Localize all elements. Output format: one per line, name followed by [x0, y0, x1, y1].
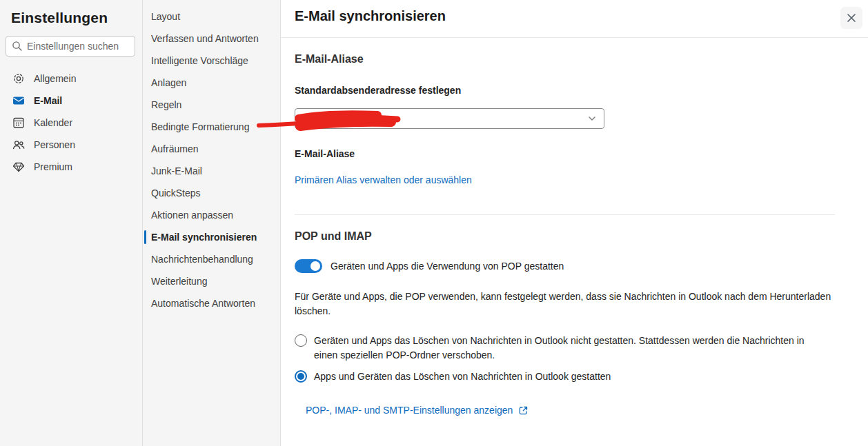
sidebar-item-label: Allgemein — [34, 73, 76, 84]
search-icon — [12, 41, 23, 52]
subnav-item-label: Aufräumen — [151, 143, 198, 154]
subnav-item-label: Anlagen — [151, 77, 186, 88]
pop-description: Für Geräte und Apps, die POP verwenden, … — [295, 290, 831, 318]
sidebar-item-label: E-Mail — [34, 95, 62, 106]
people-icon — [12, 138, 26, 152]
sidebar-item-premium[interactable]: Premium — [0, 156, 142, 178]
subnav-item-aufraeumen[interactable]: Aufräumen — [143, 138, 280, 160]
settings-title: Einstellungen — [0, 7, 142, 36]
pop-toggle[interactable] — [295, 259, 322, 273]
subnav-item-layout[interactable]: Layout — [143, 6, 280, 28]
header-divider — [281, 37, 868, 38]
radio-button[interactable] — [295, 370, 307, 383]
subnav-item-label: Bedingte Formatierung — [151, 121, 249, 132]
subnav-item-verfassen[interactable]: Verfassen und Antworten — [143, 28, 280, 50]
settings-category-nav: Allgemein E-Mail Kalender — [0, 68, 142, 178]
aliases-label: E-Mail-Aliase — [295, 148, 835, 159]
subnav-item-label: Weiterleitung — [151, 276, 207, 287]
default-sender-dropdown[interactable] — [295, 108, 604, 129]
subnav-item-label: Automatische Antworten — [151, 298, 255, 309]
subnav-item-bedingte-formatierung[interactable]: Bedingte Formatierung — [143, 116, 280, 138]
subnav-item-aktionen-anpassen[interactable]: Aktionen anpassen — [143, 204, 280, 226]
default-sender-label: Standardabsenderadresse festlegen — [295, 85, 835, 96]
settings-search[interactable] — [6, 36, 135, 57]
pop-toggle-label: Geräten und Apps die Verwendung von POP … — [331, 261, 564, 272]
subnav-item-label: Layout — [151, 11, 180, 22]
subnav-item-label: E-Mail synchronisieren — [151, 232, 257, 243]
sidebar-item-label: Kalender — [34, 117, 72, 128]
subnav-item-anlagen[interactable]: Anlagen — [143, 72, 280, 94]
subnav-item-regeln[interactable]: Regeln — [143, 94, 280, 116]
selected-indicator — [144, 230, 146, 244]
subnav-item-junk-email[interactable]: Junk-E-Mail — [143, 160, 280, 182]
pop-imap-section-heading: POP und IMAP — [295, 230, 835, 243]
subnav-item-label: Nachrichtenbehandlung — [151, 254, 253, 265]
pop-imap-smtp-settings-link[interactable]: POP-, IMAP- und SMTP-Einstellungen anzei… — [306, 405, 513, 416]
subnav-item-label: Junk-E-Mail — [151, 165, 202, 176]
chevron-down-icon — [587, 114, 597, 123]
sidebar-item-email[interactable]: E-Mail — [0, 90, 142, 112]
sidebar-item-label: Premium — [34, 161, 72, 172]
subnav-item-weiterleitung[interactable]: Weiterleitung — [143, 270, 280, 292]
pop-option-allow-delete: Apps und Geräten das Löschen von Nachric… — [295, 369, 835, 384]
subnav-item-label: Verfassen und Antworten — [151, 33, 259, 44]
settings-search-input[interactable] — [27, 41, 129, 52]
radio-button[interactable] — [295, 334, 307, 347]
section-divider — [295, 214, 835, 215]
radio-label: Apps und Geräten das Löschen von Nachric… — [314, 369, 611, 384]
subnav-item-label: Regeln — [151, 99, 181, 110]
subnav-item-intelligente-vorschlaege[interactable]: Intelligente Vorschläge — [143, 50, 280, 72]
pop-option-no-delete: Geräten und Apps das Löschen von Nachric… — [295, 334, 835, 363]
manage-alias-link[interactable]: Primären Alias verwalten oder auswählen — [295, 174, 472, 185]
external-link-icon — [518, 405, 529, 416]
close-button[interactable] — [840, 7, 862, 29]
subnav-item-label: QuickSteps — [151, 187, 201, 199]
diamond-icon — [12, 160, 26, 174]
close-icon — [846, 12, 857, 23]
aliases-section-heading: E-Mail-Aliase — [295, 53, 835, 65]
mail-icon — [12, 94, 26, 108]
sidebar-item-allgemein[interactable]: Allgemein — [0, 68, 142, 90]
toggle-knob — [310, 261, 320, 271]
subnav-item-email-synchronisieren[interactable]: E-Mail synchronisieren — [143, 226, 280, 248]
sidebar-item-personen[interactable]: Personen — [0, 134, 142, 156]
subnav-item-quicksteps[interactable]: QuickSteps — [143, 182, 280, 204]
email-sync-panel: E-Mail synchronisieren E-Mail-Aliase Sta… — [281, 0, 868, 446]
calendar-icon — [12, 116, 26, 130]
gear-icon — [12, 72, 26, 85]
sidebar-item-label: Personen — [34, 139, 75, 150]
subnav-item-label: Intelligente Vorschläge — [151, 55, 248, 66]
sidebar-item-kalender[interactable]: Kalender — [0, 112, 142, 134]
outlook-settings-window: Einstellungen Allgemein E-M — [0, 0, 868, 446]
subnav-item-nachrichtenbehandlung[interactable]: Nachrichtenbehandlung — [143, 248, 280, 270]
email-settings-subnav: Layout Verfassen und Antworten Intellige… — [143, 0, 281, 446]
radio-label: Geräten und Apps das Löschen von Nachric… — [314, 334, 826, 363]
subnav-item-label: Aktionen anpassen — [151, 210, 233, 221]
settings-sidebar: Einstellungen Allgemein E-M — [0, 0, 143, 446]
page-title: E-Mail synchronisieren — [295, 7, 446, 24]
subnav-item-automatische-antworten[interactable]: Automatische Antworten — [143, 292, 280, 314]
